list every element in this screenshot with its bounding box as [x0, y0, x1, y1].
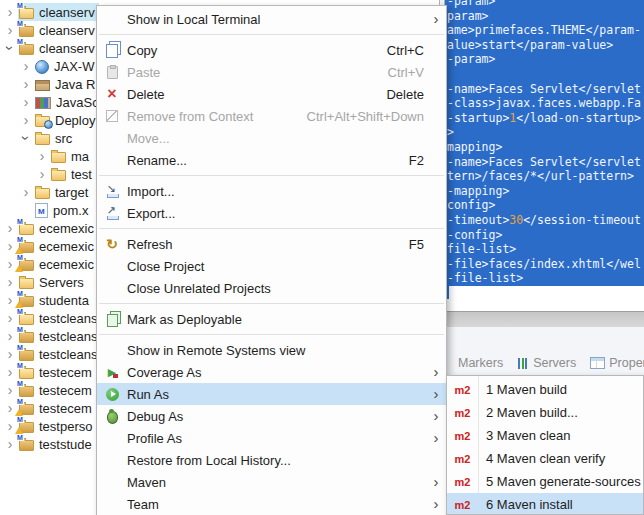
menu-item-show-in-remote-systems-view[interactable]: Show in Remote Systems view: [97, 339, 446, 361]
maven-java-icon: [19, 260, 34, 271]
tree-row[interactable]: ›cleanserv: [0, 39, 99, 57]
tree-item[interactable]: testecem: [18, 399, 96, 417]
expand-arrow-icon[interactable]: ›: [2, 275, 18, 289]
menu-item-rename[interactable]: Rename...F2: [97, 149, 446, 171]
tab-servers[interactable]: Servers: [517, 356, 576, 370]
expand-arrow-icon[interactable]: ›: [34, 167, 50, 181]
tree-item[interactable]: cleanserv: [18, 39, 99, 57]
tree-row[interactable]: ›ecemexic: [0, 237, 98, 255]
tree-row[interactable]: ›cleanserv: [0, 21, 99, 39]
tree-item[interactable]: testecem: [18, 363, 96, 381]
tree-item[interactable]: ma: [50, 147, 93, 165]
tree-row[interactable]: ›src: [0, 129, 76, 147]
tree-item[interactable]: ecemexic: [18, 237, 98, 255]
tree-item[interactable]: src: [34, 129, 76, 147]
tree-row[interactable]: ›testperso: [0, 417, 96, 435]
tree-row[interactable]: ›Servers: [0, 273, 88, 291]
tree-item[interactable]: testperso: [18, 417, 96, 435]
tab-markers[interactable]: Markers: [458, 356, 503, 370]
tree-item[interactable]: Deploy: [34, 111, 99, 129]
tree-row[interactable]: ›studenta: [0, 291, 93, 309]
expand-arrow-icon[interactable]: ›: [18, 185, 34, 199]
tree-row[interactable]: ›testcleans: [0, 345, 102, 363]
bottom-view-tabs: MarkersServersProperties: [443, 352, 644, 374]
menu-item-delete[interactable]: ×DeleteDelete: [97, 83, 446, 105]
menu-item-run-as[interactable]: Run As›: [97, 383, 446, 405]
tree-row[interactable]: ›testecem: [0, 363, 96, 381]
expand-arrow-icon[interactable]: ›: [18, 95, 34, 109]
tree-row[interactable]: ›testecem: [0, 399, 96, 417]
expand-arrow-icon[interactable]: ›: [18, 113, 34, 127]
tree-row[interactable]: ›cleanserv: [0, 3, 99, 21]
tree-item[interactable]: testcleans: [18, 309, 102, 327]
tree-item[interactable]: ecemexic: [18, 219, 98, 237]
tree-item[interactable]: teststude: [18, 435, 96, 453]
menu-item-show-in-local-terminal[interactable]: Show in Local Terminal›: [97, 8, 446, 30]
xml-editor[interactable]: -param>param>ame>primefaces.THEME</param…: [443, 0, 644, 311]
tree-item[interactable]: cleanserv: [18, 3, 99, 21]
expand-arrow-icon[interactable]: ›: [34, 149, 50, 163]
menu-item-close-project[interactable]: Close Project: [97, 255, 446, 277]
submenu-item-6-maven-install[interactable]: m26 Maven install: [447, 493, 643, 515]
tree-row[interactable]: ›test: [0, 165, 96, 183]
tree-item[interactable]: target: [34, 183, 92, 201]
menu-item-remove-from-context[interactable]: Remove from ContextCtrl+Alt+Shift+Down: [97, 105, 446, 127]
no-icon: [101, 152, 123, 168]
expand-arrow-icon[interactable]: ›: [18, 59, 34, 73]
editor-horizontal-scrollbar[interactable]: [443, 311, 644, 327]
menu-item-restore-from-local-history[interactable]: Restore from Local History...: [97, 449, 446, 471]
tree-row[interactable]: pom.x: [0, 201, 92, 219]
tree-item-label: JAX-W: [54, 58, 94, 74]
menu-item-paste[interactable]: PasteCtrl+V: [97, 61, 446, 83]
expand-arrow-icon[interactable]: ›: [3, 40, 17, 56]
tree-row[interactable]: ›Java R: [0, 75, 99, 93]
expand-arrow-icon[interactable]: ›: [19, 130, 33, 146]
submenu-item-2-maven-build[interactable]: m22 Maven build...: [447, 401, 643, 424]
tree-row[interactable]: ›ecemexic: [0, 219, 98, 237]
submenu-item-4-maven-clean-verify[interactable]: m24 Maven clean verify: [447, 447, 643, 470]
tree-item[interactable]: testcleans: [18, 327, 102, 345]
tree-row[interactable]: ›Deploy: [0, 111, 99, 129]
tree-item[interactable]: pom.x: [34, 201, 92, 219]
menu-item-move[interactable]: Move...: [97, 127, 446, 149]
tree-row[interactable]: ›JAX-W: [0, 57, 98, 75]
tab-properties[interactable]: Properties: [590, 356, 644, 370]
submenu-item-1-maven-build[interactable]: m21 Maven build: [447, 378, 643, 401]
no-icon: [101, 430, 123, 446]
menu-item-mark-as-deployable[interactable]: Mark as Deployable: [97, 308, 446, 330]
menu-item-maven[interactable]: Maven›: [97, 471, 446, 493]
submenu-item-5-maven-generate-sources[interactable]: m25 Maven generate-sources: [447, 470, 643, 493]
tree-item[interactable]: JavaSc: [34, 93, 103, 111]
menu-item-coverage-as[interactable]: ▶Coverage As›: [97, 361, 446, 383]
menu-item-close-unrelated-projects[interactable]: Close Unrelated Projects: [97, 277, 446, 299]
tree-row[interactable]: ›ma: [0, 147, 93, 165]
tree-row[interactable]: ›target: [0, 183, 92, 201]
menu-item-copy[interactable]: CopyCtrl+C: [97, 39, 446, 61]
tree-row[interactable]: ›testcleans: [0, 309, 102, 327]
tree-item[interactable]: test: [50, 165, 96, 183]
menu-item-import[interactable]: ↘Import...: [97, 180, 446, 202]
tree-item[interactable]: ecemexic: [18, 255, 98, 273]
submenu-item-3-maven-clean[interactable]: m23 Maven clean: [447, 424, 643, 447]
menu-item-export[interactable]: ↗Export...: [97, 202, 446, 224]
tree-row[interactable]: ›teststude: [0, 435, 96, 453]
maven-project-dark-icon: [19, 296, 34, 307]
tree-item[interactable]: studenta: [18, 291, 93, 309]
tree-row[interactable]: ›testecem: [0, 381, 96, 399]
tree-item[interactable]: testecem: [18, 381, 96, 399]
tree-item[interactable]: Java R: [34, 75, 99, 93]
menu-item-refresh[interactable]: ↻RefreshF5: [97, 233, 446, 255]
menu-item-profile-as[interactable]: Profile As›: [97, 427, 446, 449]
tree-item[interactable]: Servers: [18, 273, 88, 291]
refresh-icon: ↻: [101, 236, 123, 252]
expand-arrow-icon[interactable]: ›: [18, 77, 34, 91]
menu-separator: [99, 34, 444, 35]
menu-item-debug-as[interactable]: Debug As›: [97, 405, 446, 427]
menu-item-team[interactable]: Team›: [97, 493, 446, 515]
tree-item[interactable]: JAX-W: [34, 57, 98, 75]
tree-row[interactable]: ›ecemexic: [0, 255, 98, 273]
tree-row[interactable]: ›testcleans: [0, 327, 102, 345]
tree-item[interactable]: cleanserv: [18, 21, 99, 39]
tree-row[interactable]: ›JavaSc: [0, 93, 103, 111]
tree-item[interactable]: testcleans: [18, 345, 102, 363]
